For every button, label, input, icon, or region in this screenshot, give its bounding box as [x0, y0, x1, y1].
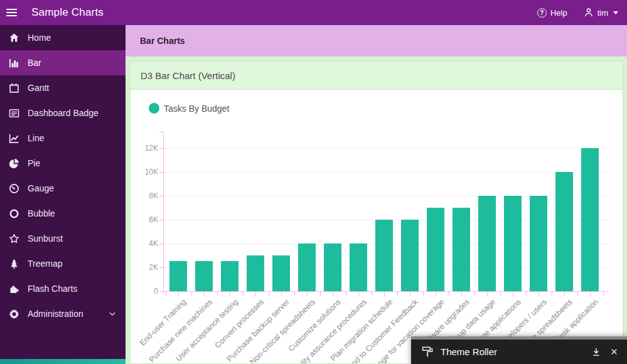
app-title: Sample Charts	[31, 6, 104, 19]
y-axis-label: 6K	[133, 215, 158, 224]
x-axis-tick	[552, 292, 552, 296]
x-axis-tick	[269, 292, 269, 296]
help-icon: ?	[537, 8, 547, 18]
sidebar-item-label: Home	[28, 33, 51, 43]
bar[interactable]	[272, 255, 290, 291]
page-header: Bar Charts	[126, 25, 627, 56]
legend-marker-icon	[149, 103, 159, 114]
sidebar: HomeBarGanttDashboard BadgeLinePieGaugeB…	[0, 25, 126, 364]
x-axis-tick	[166, 292, 166, 296]
x-axis-tick	[590, 292, 591, 296]
bar[interactable]	[427, 208, 444, 291]
x-axis-tick	[397, 292, 398, 296]
user-menu-button[interactable]: tim	[584, 8, 618, 18]
sidebar-item-administration[interactable]: Administration	[0, 301, 126, 326]
caret-down-icon	[613, 11, 618, 14]
topbar-actions: ? Help tim	[537, 8, 627, 18]
x-axis-tick	[449, 292, 449, 296]
hamburger-menu-button[interactable]	[0, 0, 23, 25]
x-axis-tick	[204, 292, 205, 296]
theme-roller-download-button[interactable]	[592, 348, 601, 356]
sunburst-star-icon	[8, 233, 19, 244]
bar[interactable]	[169, 261, 187, 291]
paint-roller-icon	[422, 346, 434, 358]
x-axis-tick	[436, 292, 436, 296]
x-axis-tick	[243, 292, 244, 296]
sidebar-item-label: Gauge	[28, 183, 54, 193]
bar[interactable]	[375, 220, 393, 291]
y-axis-label: 4K	[133, 239, 158, 248]
x-axis-tick	[178, 292, 179, 296]
y-axis-label: 0	[133, 287, 158, 296]
x-axis-tick	[603, 292, 604, 296]
sidebar-item-pie[interactable]: Pie	[0, 151, 126, 176]
bar[interactable]	[350, 244, 367, 291]
bar[interactable]	[581, 148, 599, 291]
bar[interactable]	[298, 244, 316, 291]
x-axis-tick	[281, 292, 282, 296]
chart-legend[interactable]: Tasks By Budget	[149, 103, 229, 114]
y-axis-end-tick	[159, 132, 163, 132]
x-axis-tick	[423, 292, 424, 296]
x-axis-tick	[358, 292, 359, 296]
app-window: Sample Charts ? Help tim HomeBarGanttDas…	[0, 0, 627, 364]
x-axis-tick	[191, 292, 192, 296]
sidebar-item-gantt[interactable]: Gantt	[0, 75, 126, 100]
badge-list-icon	[8, 108, 19, 119]
bar[interactable]	[478, 196, 496, 291]
sidebar-item-label: Gantt	[28, 83, 49, 93]
user-icon	[584, 8, 594, 18]
bar[interactable]	[504, 196, 522, 291]
x-axis-tick	[230, 292, 230, 296]
bar[interactable]	[453, 208, 470, 291]
y-axis-line	[163, 132, 164, 295]
bar[interactable]	[555, 172, 573, 291]
tree-icon	[8, 259, 19, 269]
sidebar-item-line[interactable]: Line	[0, 126, 126, 151]
y-axis-label: 10K	[133, 168, 158, 176]
sidebar-item-label: Sunburst	[28, 233, 63, 244]
theme-roller-title: Theme Roller	[441, 346, 497, 357]
x-axis-tick	[255, 292, 256, 296]
sidebar-item-sunburst[interactable]: Sunburst	[0, 226, 126, 251]
sidebar-item-label: Administration	[28, 309, 83, 319]
x-axis-tick	[346, 292, 346, 296]
x-axis-tick	[461, 292, 462, 296]
panel-header: D3 Bar Chart (Vertical)	[131, 62, 623, 90]
user-name: tim	[598, 8, 608, 18]
sidebar-item-home[interactable]: Home	[0, 25, 126, 50]
x-axis-tick	[384, 292, 385, 296]
pie-chart-icon	[8, 158, 19, 169]
x-axis-tick	[474, 292, 475, 296]
y-axis-label: 2K	[133, 263, 158, 272]
theme-roller-panel: Theme Roller	[411, 336, 627, 364]
bar[interactable]	[221, 261, 238, 291]
sidebar-item-treemap[interactable]: Treemap	[0, 251, 126, 276]
bar[interactable]	[195, 261, 213, 291]
sidebar-item-bubble[interactable]: Bubble	[0, 201, 126, 226]
x-axis-tick	[577, 292, 578, 296]
gridline	[164, 172, 609, 173]
bar[interactable]	[247, 255, 264, 291]
panel-body: 02K4K6K8K10K12KEnd-user TrainingPurchase…	[131, 90, 623, 363]
help-button[interactable]: ? Help	[537, 8, 567, 18]
sidebar-item-flash-charts[interactable]: Flash Charts	[0, 276, 126, 301]
calendar-icon	[8, 83, 19, 94]
sidebar-item-dashboard-badge[interactable]: Dashboard Badge	[0, 100, 126, 126]
x-axis-tick	[294, 292, 295, 296]
theme-roller-close-button[interactable]	[610, 348, 618, 356]
x-axis-tick	[217, 292, 218, 296]
x-axis-tick	[526, 292, 527, 296]
sidebar-item-label: Pie	[28, 158, 40, 168]
theme-roller-header: Theme Roller	[411, 340, 627, 364]
sidebar-item-label: Treemap	[28, 259, 63, 269]
chevron-down-icon	[108, 309, 117, 320]
sidebar-bottom-accent	[0, 359, 126, 364]
sidebar-item-bar[interactable]: Bar	[0, 50, 126, 75]
bar[interactable]	[401, 220, 419, 291]
x-axis-tick	[307, 292, 308, 296]
bar[interactable]	[324, 244, 341, 291]
x-axis-tick	[539, 292, 539, 296]
bar[interactable]	[530, 196, 547, 291]
sidebar-item-gauge[interactable]: Gauge	[0, 176, 126, 201]
